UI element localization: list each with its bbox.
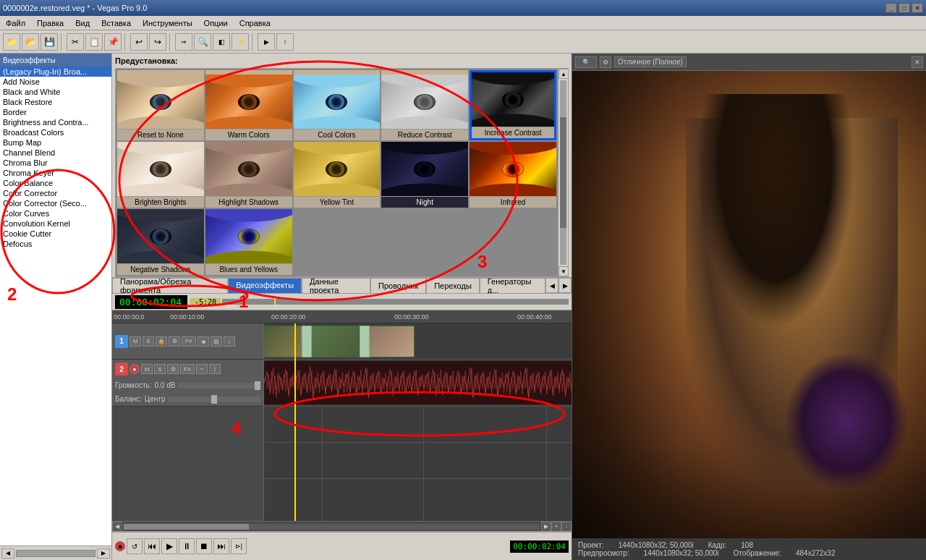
effect-bumpmap[interactable]: Bump Map (0, 137, 111, 148)
track-2-solo[interactable]: S (154, 364, 166, 374)
video-clip-3[interactable] (364, 326, 415, 357)
preset-highlight[interactable]: Highlight Shadows (205, 142, 292, 208)
save-button[interactable]: 💾 (41, 33, 58, 51)
zoom-button[interactable]: 🔍 (194, 33, 211, 51)
paste-button[interactable]: 📌 (104, 33, 122, 51)
menu-file[interactable]: Файл (3, 19, 28, 27)
split-button[interactable]: ⚡ (232, 33, 249, 51)
effect-convolution[interactable]: Convolution Kernel (0, 219, 111, 229)
effect-chromablur[interactable]: Chroma Blur (0, 158, 111, 168)
tab-nav-prev[interactable]: ◀ (545, 278, 558, 293)
preset-blues[interactable]: Blues and Yellows (205, 209, 292, 275)
effect-defocus[interactable]: Defocus (0, 239, 111, 249)
tab-projectdata[interactable]: Данные проекта (302, 278, 370, 293)
balance-slider[interactable] (168, 396, 260, 402)
scroll-right-btn[interactable]: ▶ (541, 522, 551, 532)
render-button[interactable]: ▶ (258, 33, 275, 51)
select-button[interactable]: ⇒ (175, 33, 192, 51)
cut-button[interactable]: ✂ (67, 33, 84, 51)
scroll-left[interactable]: ◀ (1, 548, 14, 559)
play-button[interactable]: ▶ (161, 538, 177, 554)
effect-border[interactable]: Border (0, 107, 111, 117)
open-button[interactable]: 📂 (22, 33, 39, 51)
menu-options[interactable]: Опции (201, 19, 231, 27)
horizontal-scrollbar[interactable]: ◀ ▶ + - (112, 521, 572, 531)
track-2-env[interactable]: ~ (196, 364, 208, 374)
scroll-track[interactable] (16, 550, 95, 557)
preset-cool[interactable]: Cool Colors (294, 70, 381, 140)
preset-yellow[interactable]: Yellow Tint (294, 142, 381, 208)
menu-help[interactable]: Справка (237, 19, 273, 27)
timeline-ruler[interactable]: 00:00:00;0 00:00:10:00 00:00:20:00 00:00… (112, 310, 572, 323)
track-1-lock[interactable]: 🔒 (156, 336, 167, 347)
track-1-settings[interactable]: ⚙ (169, 336, 180, 347)
transition-1[interactable] (302, 326, 312, 357)
track-1-mute[interactable]: M (129, 336, 141, 347)
scroll-down-btn[interactable]: - (561, 522, 572, 532)
track-1-fx[interactable]: FX (182, 336, 196, 347)
preset-night[interactable]: Night (381, 142, 468, 208)
effect-channelblend[interactable]: Channel Blend (0, 148, 111, 158)
video-clip-1[interactable] (264, 326, 304, 357)
effect-colorcurves[interactable]: Color Curves (0, 208, 111, 219)
presets-scrollbar[interactable]: ▲ ▼ (558, 69, 568, 276)
effect-colorcorrector[interactable]: Color Corrector (0, 188, 111, 198)
effect-bw[interactable]: Black and White (0, 87, 111, 97)
track-2-settings[interactable]: ⚙ (167, 364, 179, 374)
loop-button[interactable]: ↺ (127, 538, 143, 554)
pause-button[interactable]: ⏸ (179, 538, 195, 554)
trim-button[interactable]: ◧ (213, 33, 230, 51)
effect-brightness[interactable]: Brightness and Contra... (0, 117, 111, 127)
preset-infrared[interactable]: Infrared (470, 142, 556, 208)
go-end-button[interactable]: ⏭ (213, 538, 229, 554)
preview-settings-btn[interactable]: ⚙ (600, 56, 611, 68)
presets-scroll-thumb[interactable] (560, 80, 566, 265)
go-start-button[interactable]: ⏮ (144, 538, 160, 554)
new-button[interactable]: 📁 (3, 33, 20, 51)
tab-explorer[interactable]: Проводник (370, 278, 426, 293)
quality-selector[interactable]: Отличное (Полное) (614, 56, 687, 67)
menu-insert[interactable]: Вставка (98, 19, 134, 27)
scroll-left-btn[interactable]: ◀ (112, 522, 122, 532)
transition-2[interactable] (360, 326, 370, 357)
presets-scroll-down[interactable]: ▼ (558, 266, 569, 276)
track-2-record[interactable]: ● (129, 364, 140, 374)
menu-view[interactable]: Вид (72, 19, 93, 27)
effect-colorbalance[interactable]: Color Balance (0, 178, 111, 188)
preset-reduce[interactable]: Reduce Contrast (381, 70, 468, 140)
volume-slider[interactable] (178, 383, 260, 389)
scroll-up-btn[interactable]: + (551, 522, 561, 532)
track-1-collapse[interactable]: ↕ (224, 336, 235, 347)
maximize-button[interactable]: □ (899, 3, 910, 13)
copy-button[interactable]: 📋 (85, 33, 103, 51)
preset-reset[interactable]: Reset to None (117, 70, 204, 140)
effect-colorcorrector2[interactable]: Color Corrector (Seco... (0, 198, 111, 208)
preset-brighten[interactable]: Brighten Brights (117, 142, 204, 208)
timeline-scrubber[interactable] (222, 299, 569, 305)
record-button[interactable]: ● (115, 541, 125, 551)
track-2-fx[interactable]: FX (180, 364, 195, 374)
track-1-solo[interactable]: S (143, 336, 154, 347)
tab-videoeffects[interactable]: Видеоэффекты (228, 278, 302, 293)
track-1-motion[interactable]: ◈ (197, 336, 209, 347)
effect-addnoise[interactable]: Add Noise (0, 77, 111, 87)
preview-zoom-btn[interactable]: 🔍 (575, 56, 597, 68)
effect-cookiecutter[interactable]: Cookie Cutter (0, 229, 111, 239)
track-1-snap[interactable]: ⊞ (211, 336, 222, 347)
effect-chromakeyer[interactable]: Chroma Keyer (0, 168, 111, 178)
minimize-button[interactable]: _ (885, 3, 897, 13)
tab-nav-next[interactable]: ▶ (558, 278, 572, 293)
preset-increase[interactable]: Increase Contrast (470, 70, 556, 140)
effect-legacy[interactable]: (Legacy Plug-In) Broa... (0, 67, 111, 77)
stop-button[interactable]: ⏹ (196, 538, 212, 554)
preset-negative[interactable]: Negative Shadows (117, 209, 204, 275)
close-button[interactable]: ✕ (912, 3, 923, 13)
export-button[interactable]: ↑ (276, 33, 294, 51)
presets-scroll-up[interactable]: ▲ (558, 69, 569, 79)
track-2-mute[interactable]: M (141, 364, 153, 374)
list-scrollbar[interactable]: ◀ ▶ (0, 546, 111, 560)
redo-button[interactable]: ↪ (149, 33, 166, 51)
menu-tools[interactable]: Инструменты (140, 19, 195, 27)
effect-broadcast[interactable]: Broadcast Colors (0, 127, 111, 137)
h-scroll-track[interactable] (124, 524, 540, 530)
